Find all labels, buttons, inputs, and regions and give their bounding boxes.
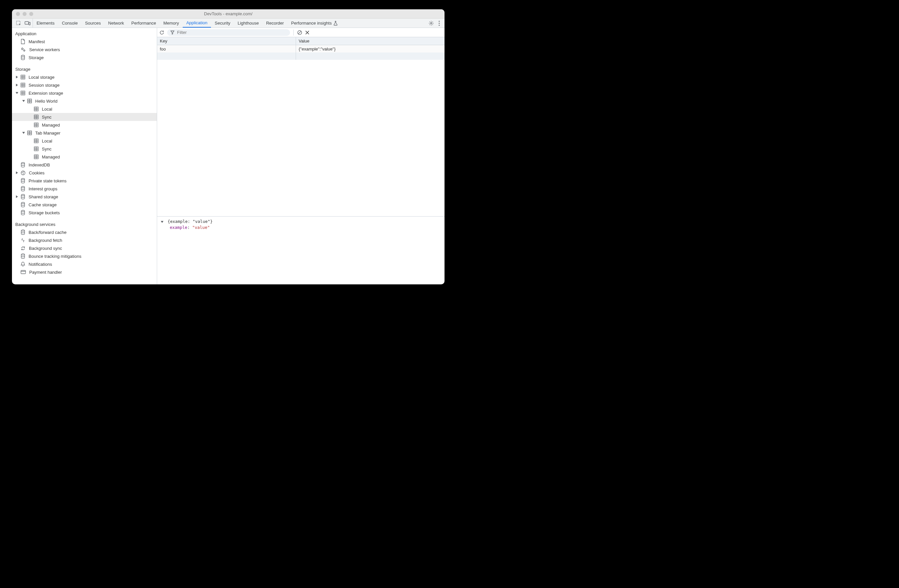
cell-text: foo xyxy=(160,46,166,51)
sidebar-item-storage[interactable]: Storage xyxy=(12,54,157,62)
sidebar-item-hello-world-sync[interactable]: Sync xyxy=(12,113,157,121)
item-label: Managed xyxy=(42,123,60,128)
close-dot[interactable] xyxy=(16,12,20,16)
sidebar-item-background-fetch[interactable]: Background fetch xyxy=(12,236,157,244)
tab-console[interactable]: Console xyxy=(58,19,81,28)
svg-point-22 xyxy=(21,171,25,175)
svg-point-3 xyxy=(431,22,432,23)
database-icon xyxy=(21,162,25,167)
close-icon[interactable] xyxy=(305,30,310,35)
sidebar-item-hello-world-local[interactable]: Local xyxy=(12,105,157,113)
sidebar-item-payment-handler[interactable]: Payment handler xyxy=(12,268,157,276)
svg-point-5 xyxy=(439,23,440,23)
tab-memory[interactable]: Memory xyxy=(160,19,183,28)
chevron-right-icon[interactable] xyxy=(15,84,19,86)
tab-sources[interactable]: Sources xyxy=(81,19,105,28)
preview-summary[interactable]: {example: "value"} xyxy=(161,219,441,225)
device-icon[interactable] xyxy=(25,21,31,26)
filter-field[interactable] xyxy=(167,29,290,36)
table-icon xyxy=(34,106,39,111)
tab-lighthouse[interactable]: Lighthouse xyxy=(234,19,263,28)
chevron-down-icon[interactable] xyxy=(15,92,19,94)
sidebar-item-manifest[interactable]: Manifest xyxy=(12,37,157,46)
preview-property[interactable]: example: "value" xyxy=(161,225,441,230)
sidebar-item-indexeddb[interactable]: IndexedDB xyxy=(12,161,157,169)
minimize-dot[interactable] xyxy=(23,12,26,16)
sidebar-item-bf-cache[interactable]: Back/forward cache xyxy=(12,228,157,236)
table-header: Key Value xyxy=(157,37,445,45)
item-label: Bounce tracking mitigations xyxy=(29,254,81,259)
tab-security[interactable]: Security xyxy=(211,19,234,28)
zoom-dot[interactable] xyxy=(29,12,33,16)
tab-perf-insights[interactable]: Performance insights xyxy=(287,19,341,28)
svg-point-23 xyxy=(22,172,22,173)
cell-key[interactable]: foo xyxy=(157,45,296,52)
sidebar: Application Manifest Service workers Sto… xyxy=(12,28,157,284)
refresh-icon[interactable] xyxy=(159,30,164,35)
table-row[interactable]: foo {"example":"value"} xyxy=(157,45,445,52)
sidebar-item-service-workers[interactable]: Service workers xyxy=(12,46,157,54)
item-label: Storage xyxy=(29,55,44,60)
item-label: Storage buckets xyxy=(29,210,60,215)
cell-value[interactable]: {"example":"value"} xyxy=(296,45,445,52)
sidebar-item-background-sync[interactable]: Background sync xyxy=(12,244,157,252)
chevron-right-icon[interactable] xyxy=(15,76,19,79)
table-icon xyxy=(34,114,39,119)
tab-label: Application xyxy=(186,20,208,25)
gear-icon[interactable] xyxy=(429,21,434,26)
preview-sep: : xyxy=(187,225,192,230)
sidebar-item-hello-world-managed[interactable]: Managed xyxy=(12,121,157,129)
svg-rect-33 xyxy=(21,270,26,274)
cell-value[interactable] xyxy=(296,52,445,60)
tab-application[interactable]: Application xyxy=(183,19,211,28)
sidebar-item-cookies[interactable]: Cookies xyxy=(12,169,157,177)
sidebar-item-shared-storage[interactable]: Shared storage xyxy=(12,193,157,201)
tab-label: Lighthouse xyxy=(238,21,259,26)
sidebar-item-local-storage[interactable]: Local storage xyxy=(12,73,157,81)
cookie-icon xyxy=(21,170,26,175)
database-icon xyxy=(21,230,25,235)
sidebar-item-private-state-tokens[interactable]: Private state tokens xyxy=(12,177,157,185)
svg-point-6 xyxy=(439,25,440,26)
tab-performance[interactable]: Performance xyxy=(128,19,159,28)
tab-elements[interactable]: Elements xyxy=(33,19,58,28)
sidebar-item-bounce-tracking[interactable]: Bounce tracking mitigations xyxy=(12,252,157,260)
chevron-right-icon[interactable] xyxy=(15,171,19,174)
filter-input[interactable] xyxy=(176,29,287,35)
sidebar-item-tab-manager-sync[interactable]: Sync xyxy=(12,145,157,153)
section-title-storage: Storage xyxy=(12,65,157,73)
column-value[interactable]: Value xyxy=(296,37,445,45)
sidebar-item-notifications[interactable]: Notifications xyxy=(12,260,157,268)
chevron-down-icon[interactable] xyxy=(22,132,25,134)
main-tabs: Elements Console Sources Network Perform… xyxy=(12,19,445,28)
more-vert-icon[interactable] xyxy=(439,21,440,26)
table-row[interactable] xyxy=(157,52,445,60)
chevron-down-icon[interactable] xyxy=(161,221,164,223)
bell-icon xyxy=(21,261,25,267)
cell-key[interactable] xyxy=(157,52,296,60)
chevron-right-icon[interactable] xyxy=(15,195,19,198)
table-icon xyxy=(34,147,39,151)
sidebar-item-cache-storage[interactable]: Cache storage xyxy=(12,201,157,208)
gears-icon xyxy=(21,47,26,52)
sidebar-item-interest-groups[interactable]: Interest groups xyxy=(12,185,157,193)
tab-recorder[interactable]: Recorder xyxy=(263,19,287,28)
file-icon xyxy=(21,39,25,44)
storage-table: Key Value foo {"example":"value"} xyxy=(157,37,445,217)
sidebar-item-tab-manager-local[interactable]: Local xyxy=(12,137,157,145)
inspect-icon[interactable] xyxy=(16,21,21,26)
item-label: Cookies xyxy=(29,170,45,175)
sidebar-item-storage-buckets[interactable]: Storage buckets xyxy=(12,208,157,217)
sidebar-item-extension-storage[interactable]: Extension storage xyxy=(12,89,157,97)
table-icon xyxy=(34,154,39,159)
sidebar-item-tab-manager-managed[interactable]: Managed xyxy=(12,153,157,161)
table-icon xyxy=(27,131,32,135)
sidebar-item-hello-world[interactable]: Hello World xyxy=(12,97,157,105)
column-key[interactable]: Key xyxy=(157,37,296,45)
sidebar-item-tab-manager[interactable]: Tab Manager xyxy=(12,129,157,137)
chevron-down-icon[interactable] xyxy=(22,100,25,102)
tab-network[interactable]: Network xyxy=(105,19,128,28)
sidebar-item-session-storage[interactable]: Session storage xyxy=(12,81,157,89)
tab-label: Performance insights xyxy=(291,21,332,26)
clear-icon[interactable] xyxy=(297,30,302,35)
